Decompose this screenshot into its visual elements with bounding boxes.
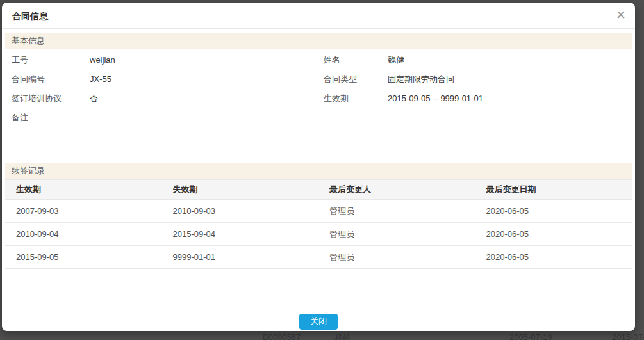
table-row: 2010-09-04 2015-09-04 管理员 2020-06-05 xyxy=(5,223,632,246)
field-label-training-agreement: 签订培训协议 xyxy=(12,89,90,108)
field-value-employee-id: weijian xyxy=(90,51,324,70)
cell-effective-date: 2010-09-04 xyxy=(5,223,162,246)
section-heading-basic-info: 基本信息 xyxy=(5,33,632,49)
table-row: 2015-09-05 9999-01-01 管理员 2020-06-05 xyxy=(5,246,632,269)
column-header-effective-date: 生效期 xyxy=(5,180,162,200)
background-cell: 杨帆 xyxy=(334,332,351,340)
field-label-name: 姓名 xyxy=(324,51,388,70)
close-button[interactable]: 关闭 xyxy=(299,314,338,329)
modal-title: 合同信息 xyxy=(12,11,48,21)
renewal-records-table: 生效期 失效期 最后变更人 最后变更日期 2007-09-03 2010-09-… xyxy=(5,179,632,269)
background-cell: 2015-07-0 xyxy=(612,332,644,340)
contract-info-modal: 合同信息 ✕ 基本信息 工号 weijian 姓名 魏健 合同编号 JX-55 … xyxy=(2,3,635,331)
cell-expiry-date: 2010-09-03 xyxy=(162,200,319,223)
cell-expiry-date: 9999-01-01 xyxy=(162,246,319,269)
cell-effective-date: 2007-09-03 xyxy=(5,200,162,223)
table-header-row: 生效期 失效期 最后变更人 最后变更日期 xyxy=(5,180,632,200)
section-heading-renewal-records: 续签记录 xyxy=(5,163,632,179)
field-value-contract-no: JX-55 xyxy=(90,70,324,89)
field-label-contract-no: 合同编号 xyxy=(12,70,90,89)
cell-last-modified-date: 2020-06-05 xyxy=(475,200,632,223)
field-value-effective-period: 2015-09-05 -- 9999-01-01 xyxy=(388,89,625,108)
field-value-name: 魏健 xyxy=(388,51,625,70)
cell-effective-date: 2015-09-05 xyxy=(5,246,162,269)
cell-last-modified-by: 管理员 xyxy=(318,200,475,223)
cell-expiry-date: 2015-09-04 xyxy=(162,223,319,246)
column-header-last-modified-by: 最后变更人 xyxy=(318,180,475,200)
modal-body: 基本信息 工号 weijian 姓名 魏健 合同编号 JX-55 合同类型 固定… xyxy=(2,29,635,269)
background-cell: 2005-07-19 xyxy=(509,332,552,340)
cell-last-modified-by: 管理员 xyxy=(318,223,475,246)
field-label-remarks: 备注 xyxy=(12,108,90,127)
field-value-training-agreement: 否 xyxy=(90,89,324,108)
column-header-last-modified-date: 最后变更日期 xyxy=(475,180,632,200)
field-value-remarks xyxy=(90,108,324,127)
cell-last-modified-date: 2020-06-05 xyxy=(475,223,632,246)
background-cell: B0000567 xyxy=(263,332,301,340)
cell-last-modified-by: 管理员 xyxy=(318,246,475,269)
cell-last-modified-date: 2020-06-05 xyxy=(475,246,632,269)
field-value-contract-type: 固定期限劳动合同 xyxy=(388,70,625,89)
field-label-employee-id: 工号 xyxy=(12,51,90,70)
modal-footer: 关闭 xyxy=(2,312,635,331)
basic-info-fields: 工号 weijian 姓名 魏健 合同编号 JX-55 合同类型 固定期限劳动合… xyxy=(5,51,632,127)
background-page-row: B0000567 杨帆 2005-07-19 2015-07-0 xyxy=(0,332,644,340)
close-icon[interactable]: ✕ xyxy=(616,3,626,29)
field-label-contract-type: 合同类型 xyxy=(324,70,388,89)
table-row: 2007-09-03 2010-09-03 管理员 2020-06-05 xyxy=(5,200,632,223)
field-label-effective-period: 生效期 xyxy=(324,89,388,108)
column-header-expiry-date: 失效期 xyxy=(162,180,319,200)
modal-header: 合同信息 ✕ xyxy=(2,3,635,29)
